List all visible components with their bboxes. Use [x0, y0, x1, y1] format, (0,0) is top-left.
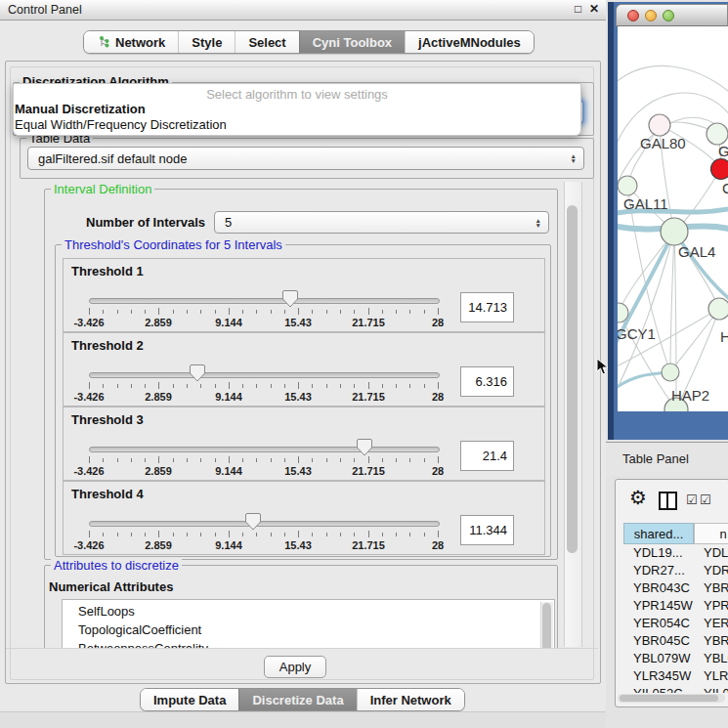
scale-label: 9.144 [215, 539, 242, 551]
number-of-intervals-combo[interactable]: 5 ▲▼ [214, 211, 549, 234]
gear-icon[interactable]: ⚙ [629, 486, 647, 509]
tab-jactivemnodules[interactable]: jActiveMNodules [405, 31, 534, 53]
cell-shared-name[interactable]: YER054C [633, 615, 690, 632]
network-window-titlebar[interactable] [616, 4, 728, 26]
node-label-gal11[interactable]: GAL11 [623, 195, 668, 212]
popup-option-manual-discretization[interactable]: Manual Discretization [15, 102, 146, 116]
network-icon [97, 35, 110, 49]
node-label-gcy1[interactable]: GCY1 [618, 325, 656, 342]
list-item-topologicalcoefficient[interactable]: TopologicalCoefficient [63, 621, 554, 639]
cell-name[interactable]: YDL1 [704, 544, 728, 562]
cell-shared-name[interactable]: YBR045C [633, 632, 690, 650]
network-canvas[interactable]: GAL80 GA C GAL11 GAL4 GCY1 H HAP2 [618, 26, 728, 411]
cell-name[interactable]: YLR3 [704, 667, 728, 685]
minimize-traffic-light[interactable] [645, 10, 657, 21]
list-item-selfloops[interactable]: SelfLoops [63, 600, 554, 621]
scale-label: 2.859 [145, 317, 172, 328]
threshold-2-slider[interactable] [89, 372, 440, 378]
cell-name[interactable]: YBR0 [704, 632, 728, 650]
table-row[interactable]: YLR345WYLR3 [623, 667, 728, 685]
cell-shared-name[interactable]: YBR043C [633, 579, 690, 597]
list-item-betweennesscentrality[interactable]: BetweennessCentrality [63, 639, 554, 648]
cell-shared-name[interactable]: YDR27... [633, 562, 685, 579]
slider-ticks [89, 530, 438, 539]
table-horizontal-scrollbar[interactable] [618, 694, 725, 703]
threshold-4-slider[interactable] [89, 521, 440, 527]
table-row[interactable]: YDL19...YDL1 [623, 544, 728, 562]
tab-infer-network[interactable]: Infer Network [357, 689, 464, 710]
attributes-list-scrollbar[interactable] [540, 602, 553, 648]
network-graph [618, 26, 728, 411]
scale-label: -3.426 [73, 465, 104, 477]
table-row[interactable]: YBL079WYBL0 [623, 650, 728, 667]
threshold-1-value-field[interactable]: 14.713 [460, 292, 514, 322]
number-of-intervals-value: 5 [225, 215, 232, 230]
popup-option-equal-width[interactable]: Equal Width/Frequency Discretization [15, 117, 227, 132]
threshold-2-slider-thumb[interactable] [190, 364, 205, 382]
threshold-3-value-field[interactable]: 21.4 [460, 441, 514, 471]
threshold-1-slider[interactable] [89, 298, 440, 304]
cyni-bottom-tabs: Impute Data Discretize Data Infer Networ… [140, 688, 465, 711]
table-row[interactable]: YBR043CYBR0 [623, 579, 728, 597]
cell-name[interactable]: YIL0 [704, 685, 728, 693]
cell-shared-name[interactable]: YBL079W [633, 650, 691, 667]
node-label-partial-g[interactable]: GA [718, 143, 728, 159]
cell-name[interactable]: YDR2 [704, 562, 728, 579]
cell-name[interactable]: YBL0 [704, 650, 728, 667]
tab-cyni-toolbox[interactable]: Cyni Toolbox [299, 31, 405, 53]
node-label-partial-c[interactable]: C [722, 180, 728, 196]
cell-name[interactable]: YPR1 [704, 597, 728, 615]
table-row[interactable]: YPR145WYPR1 [623, 597, 728, 615]
scrollbar-thumb[interactable] [620, 695, 718, 702]
threshold-3-slider[interactable] [89, 447, 440, 452]
cell-shared-name[interactable]: YLR345W [633, 667, 691, 685]
threshold-2-value-field[interactable]: 6.316 [460, 366, 514, 397]
checkbox-icon[interactable]: ☑ [686, 492, 698, 507]
cell-shared-name[interactable]: YDL19... [633, 544, 683, 562]
tab-style[interactable]: Style [178, 31, 235, 53]
close-traffic-light[interactable] [627, 10, 639, 21]
threshold-4-slider-thumb[interactable] [245, 512, 261, 531]
tab-impute-data[interactable]: Impute Data [141, 689, 238, 710]
column-layout-icon[interactable] [659, 492, 677, 510]
slider-ticks [89, 307, 438, 317]
table-row[interactable]: YER054CYER0 [623, 615, 728, 632]
table-row[interactable]: YDR27...YDR2 [623, 562, 728, 579]
settings-vertical-scrollbar[interactable] [564, 182, 582, 647]
tab-network[interactable]: Network [84, 31, 178, 53]
cell-shared-name[interactable]: YIL052C [633, 685, 683, 693]
slider-ticks [89, 455, 438, 465]
threshold-3-slider-thumb[interactable] [357, 438, 372, 456]
tab-style-label: Style [192, 35, 222, 50]
settings-scroll-viewport: Interval Definition Number of Intervals … [14, 181, 563, 648]
zoom-traffic-light[interactable] [663, 10, 674, 21]
threshold-4-value-field[interactable]: 11.344 [460, 515, 514, 545]
node-label-gal4[interactable]: GAL4 [678, 243, 715, 260]
tab-select[interactable]: Select [235, 31, 298, 53]
close-panel-icon[interactable]: ✕ [589, 2, 599, 16]
threshold-4-label: Threshold 4 [71, 487, 144, 501]
node-label-hap2[interactable]: HAP2 [671, 387, 709, 404]
threshold-1-slider-thumb[interactable] [282, 289, 298, 308]
threshold-panel-4: Threshold 4 -3.426 2.859 9.144 15.43 21.… [63, 481, 545, 555]
bottom-strip [0, 711, 606, 728]
panel-title: Control Panel [8, 3, 82, 17]
node-label-partial-h[interactable]: H [720, 328, 728, 345]
column-header-name[interactable]: n [694, 523, 728, 544]
cell-name[interactable]: YER0 [704, 615, 728, 632]
tab-discretize-data[interactable]: Discretize Data [238, 689, 356, 710]
table-data-combo[interactable]: galFiltered.sif default node ▲▼ [27, 147, 584, 170]
column-header-shared-name[interactable]: shared... [623, 523, 694, 544]
float-panel-icon[interactable]: □ [575, 2, 581, 16]
scrollbar-thumb[interactable] [567, 205, 578, 553]
cell-shared-name[interactable]: YPR145W [633, 597, 693, 615]
node-label-gal80[interactable]: GAL80 [640, 135, 686, 151]
table-row[interactable]: YIL052CYIL0 [623, 685, 728, 693]
scale-label: 15.43 [284, 317, 312, 328]
tab-jactivemnodules-label: jActiveMNodules [418, 35, 521, 50]
algorithm-popup-placeholder: Select algorithm to view settings [14, 87, 580, 102]
table-row[interactable]: YBR045CYBR0 [623, 632, 728, 650]
cell-name[interactable]: YBR0 [704, 579, 728, 597]
apply-button[interactable]: Apply [264, 656, 326, 678]
checkbox-icon[interactable]: ☑ [700, 492, 711, 507]
